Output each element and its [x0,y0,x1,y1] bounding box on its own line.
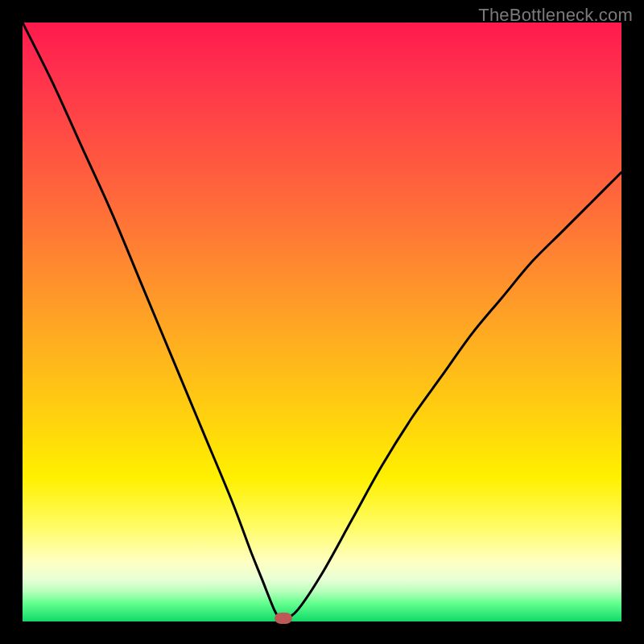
plot-area [23,23,621,621]
bottleneck-curve [23,23,621,621]
chart-frame: TheBottleneck.com [0,0,644,644]
optimum-marker [275,613,292,624]
